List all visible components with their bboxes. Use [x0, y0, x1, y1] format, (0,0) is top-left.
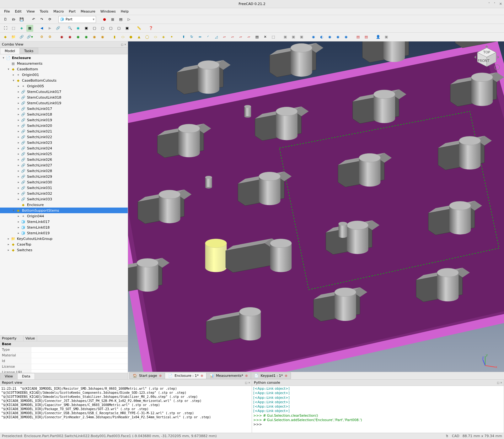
bbox-icon[interactable]: ▣ [83, 25, 90, 32]
tree-item-switchlink024[interactable]: ▸🔗SwitchLink024 [0, 145, 128, 151]
split-icon[interactable]: ▤ [355, 34, 362, 41]
expand-icon[interactable]: ▸ [16, 90, 21, 93]
tree-item-origin001[interactable]: ▸⌖Origin001 [0, 72, 128, 78]
ruled-icon[interactable]: ▱ [229, 34, 236, 41]
tree-item-switchlink029[interactable]: ▸🔗SwitchLink029 [0, 174, 128, 179]
expand-icon[interactable]: ▸ [16, 113, 21, 116]
section-icon[interactable]: ▤ [254, 34, 260, 41]
expand-icon[interactable]: ▸ [16, 107, 21, 110]
expand-icon[interactable]: ▸ [16, 186, 21, 189]
expand-icon[interactable]: ▸ [6, 243, 11, 246]
expand-icon[interactable]: ▸ [16, 169, 21, 172]
close-icon[interactable]: ⊗ [245, 374, 248, 377]
undo-icon[interactable]: ↶ [30, 16, 37, 23]
expand-icon[interactable]: ▸ [11, 73, 16, 76]
3d-viewport[interactable]: TOP FRONT y z x [128, 41, 504, 372]
revolve-icon[interactable]: ↻ [188, 34, 195, 41]
prop-row-id[interactable]: Id [0, 358, 128, 364]
cross-icon[interactable]: ✕ [262, 34, 269, 41]
color4-icon[interactable]: ◉ [83, 34, 90, 41]
property-table[interactable]: BaseTypeMaterialIdLicenseLicense URLColo… [0, 341, 128, 373]
macro-record-icon[interactable]: ● [101, 16, 108, 23]
python-console[interactable]: [<App::Link object>][<App::Link object>]… [252, 386, 504, 433]
tree-item-casebottomcutouts[interactable]: ▾◆CaseBottomCutouts [0, 78, 128, 83]
close-icon[interactable]: ⊗ [159, 374, 162, 377]
view-dropdown-icon[interactable]: ▦ [26, 25, 33, 32]
whatsthis-icon[interactable]: ❓ [147, 25, 154, 32]
tree-item-switchlink023[interactable]: ▸🔗SwitchLink023 [0, 140, 128, 145]
tree-item-stemlink018[interactable]: ▸🧊StemLink018 [0, 225, 128, 230]
compound3-icon[interactable]: ▣ [298, 34, 305, 41]
vargroup2-icon[interactable]: ⚙ [46, 34, 53, 41]
new-file-icon[interactable]: 🗋 [2, 16, 9, 23]
cylinder-icon[interactable]: ⬭ [119, 34, 126, 41]
expand-icon[interactable]: ▸ [16, 96, 21, 99]
doc-tab-start-page[interactable]: 🏠Start page⊗ [129, 372, 165, 379]
compound2-icon[interactable]: ▣ [290, 34, 297, 41]
draw-style-icon[interactable]: ◉ [75, 25, 82, 32]
open-file-icon[interactable]: 🗁 [10, 16, 17, 23]
expand-icon[interactable]: ▸ [16, 118, 21, 122]
model-tree[interactable]: ▾📄Enclosure▦Measurements▾◆CaseBottom▸⌖Or… [0, 54, 128, 335]
join-icon[interactable]: ◉ [343, 34, 350, 41]
tab-view[interactable]: View [0, 373, 18, 379]
color1-icon[interactable]: ◉ [58, 34, 65, 41]
close-icon[interactable]: ⊗ [201, 374, 203, 377]
expand-icon[interactable]: ▸ [16, 175, 21, 178]
expand-icon[interactable]: ▸ [16, 101, 21, 105]
tree-item-casebottom[interactable]: ▾◆CaseBottom [0, 66, 128, 72]
check-icon[interactable]: 👤 [375, 34, 382, 41]
tab-tasks[interactable]: Tasks [19, 48, 38, 54]
extrude-icon[interactable]: ⬆ [180, 34, 187, 41]
console-close-icon[interactable]: ✕ [500, 381, 502, 384]
expand-icon[interactable]: ▸ [16, 164, 21, 167]
expand-icon[interactable]: ▸ [16, 220, 21, 223]
tree-item-switchlink020[interactable]: ▸🔗SwitchLink020 [0, 123, 128, 128]
expand-icon[interactable]: ▸ [16, 124, 21, 127]
expand-icon[interactable]: ▸ [16, 198, 21, 201]
tree-item-stemcutoutlink017[interactable]: ▸🔗StemCutoutLink017 [0, 89, 128, 95]
tree-item-enclosure[interactable]: ▾📄Enclosure [0, 55, 128, 61]
tube-icon[interactable]: ⬭ [152, 34, 159, 41]
tab-data[interactable]: Data [17, 373, 35, 379]
tree-item-origin044[interactable]: ▸⌖Origin044 [0, 213, 128, 219]
prop-row-material[interactable]: Material [0, 353, 128, 358]
tree-item-enclosure[interactable]: ◆Enclosure [0, 202, 128, 208]
macro-play-icon[interactable]: ▷ [126, 16, 132, 23]
create-group-icon[interactable]: 📁 [10, 34, 17, 41]
color2-icon[interactable]: ◉ [67, 34, 73, 41]
status-nav-icon[interactable]: 🖱 [445, 434, 449, 438]
expand-icon[interactable]: ▸ [16, 231, 21, 235]
wireframe2-icon[interactable]: ▢ [99, 25, 106, 32]
cube-icon[interactable]: ▮ [111, 34, 118, 41]
fit-selection-icon[interactable]: ⬚ [10, 25, 17, 32]
menu-macro[interactable]: Macro [51, 9, 66, 14]
tree-item-switches[interactable]: ▸◆Switches [0, 247, 128, 253]
mirror-icon[interactable]: ⇔ [196, 34, 203, 41]
zoom-icon[interactable]: 🔍 [67, 25, 73, 32]
tree-item-switchlink026[interactable]: ▸🔗SwitchLink026 [0, 157, 128, 162]
tree-item-bottomsupportstems[interactable]: ▾◆BottomSupportStems [0, 208, 128, 213]
tree-item-switchlink028[interactable]: ▸🔗SwitchLink028 [0, 168, 128, 174]
nav-forward-icon[interactable]: ▶ [46, 25, 53, 32]
expand-icon[interactable]: ▾ [1, 56, 6, 59]
tree-item-switchlink027[interactable]: ▸🔗SwitchLink027 [0, 162, 128, 168]
prop-row-license-url[interactable]: License URL [0, 370, 128, 373]
wireframe5-icon[interactable]: ▣ [124, 25, 131, 32]
torus-icon[interactable]: ◯ [144, 34, 151, 41]
link-make-icon[interactable]: 🔗 [18, 34, 25, 41]
wireframe1-icon[interactable]: ▢ [91, 25, 98, 32]
tree-item-switchlink022[interactable]: ▸🔗SwitchLink022 [0, 134, 128, 140]
redo-icon[interactable]: ↷ [38, 16, 45, 23]
expand-icon[interactable]: ▸ [6, 248, 11, 252]
fillet-icon[interactable]: ◜ [205, 34, 212, 41]
expand-icon[interactable]: ▸ [16, 226, 21, 229]
common-icon[interactable]: ◉ [335, 34, 341, 41]
expand-icon[interactable]: ▸ [16, 152, 21, 155]
expand-icon[interactable]: ▾ [6, 68, 11, 71]
measure-icon[interactable]: 📏 [136, 25, 142, 32]
prop-row-type[interactable]: Type [0, 347, 128, 353]
menu-windows[interactable]: Windows [98, 9, 118, 14]
panel-close-icon[interactable]: ✕ [124, 43, 126, 46]
sphere-icon[interactable]: ● [127, 34, 134, 41]
